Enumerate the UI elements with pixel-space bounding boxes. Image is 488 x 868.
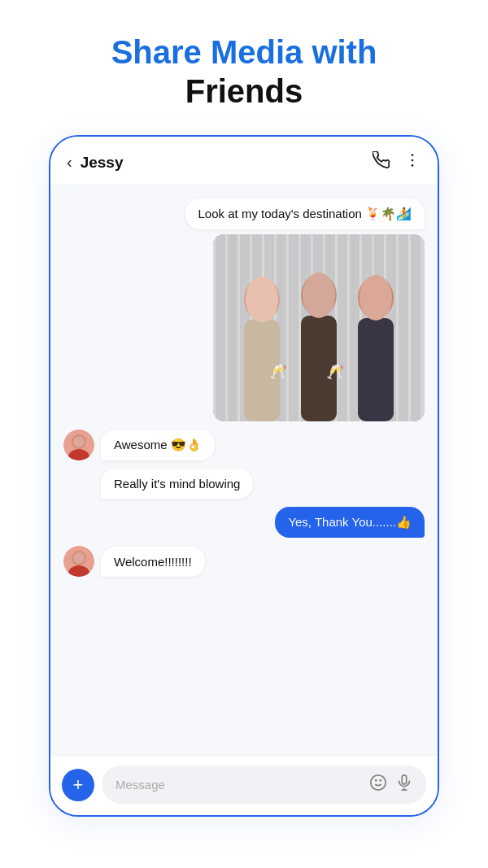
title-line2: Friends bbox=[185, 73, 303, 109]
svg-rect-38 bbox=[420, 234, 425, 421]
svg-point-0 bbox=[412, 154, 414, 156]
phone-frame: ‹ Jessy Look at my today's destinat bbox=[49, 135, 439, 817]
svg-text:🥂: 🥂 bbox=[269, 363, 288, 381]
svg-rect-5 bbox=[220, 234, 221, 421]
svg-point-58 bbox=[371, 775, 386, 790]
bubble-text-3: Really it's mind blowing bbox=[101, 469, 253, 499]
bubble-text-5: Welcome!!!!!!!! bbox=[101, 547, 205, 577]
svg-rect-6 bbox=[225, 234, 228, 421]
message-placeholder: Message bbox=[115, 778, 165, 792]
call-icon[interactable] bbox=[373, 151, 390, 173]
avatar-5 bbox=[63, 546, 94, 577]
svg-text:🥂: 🥂 bbox=[326, 363, 345, 381]
add-button[interactable]: + bbox=[62, 769, 94, 801]
message-image: 🥂 🥂 bbox=[213, 234, 425, 421]
message-2: Awesome 😎👌 bbox=[63, 430, 370, 460]
svg-rect-46 bbox=[358, 318, 394, 421]
page-title-container: Share Media with Friends bbox=[111, 33, 377, 111]
party-svg: 🥂 🥂 bbox=[213, 234, 425, 421]
svg-rect-18 bbox=[298, 234, 301, 421]
contact-name: Jessy bbox=[81, 154, 124, 172]
svg-rect-26 bbox=[347, 234, 350, 421]
message-1: Look at my today's destination 🍹🌴🏄 bbox=[185, 198, 425, 421]
svg-rect-61 bbox=[402, 775, 407, 784]
avatar-2 bbox=[63, 430, 94, 460]
mic-icon[interactable] bbox=[395, 774, 413, 796]
svg-point-53 bbox=[73, 436, 85, 447]
avatar-svg bbox=[63, 430, 94, 460]
svg-rect-37 bbox=[415, 234, 416, 421]
svg-rect-34 bbox=[396, 234, 399, 421]
svg-rect-4 bbox=[213, 234, 216, 421]
svg-point-41 bbox=[246, 277, 278, 322]
message-4: Yes, Thank You.......👍 bbox=[275, 507, 425, 538]
svg-rect-8 bbox=[237, 234, 240, 421]
more-icon[interactable] bbox=[403, 151, 421, 173]
svg-rect-7 bbox=[231, 234, 233, 421]
title-line1: Share Media with bbox=[111, 34, 377, 70]
message-input-box[interactable]: Message bbox=[102, 765, 426, 804]
header-left: ‹ Jessy bbox=[67, 153, 124, 172]
message-5: Welcome!!!!!!!! bbox=[63, 546, 370, 577]
chat-header: ‹ Jessy bbox=[50, 137, 438, 185]
svg-point-47 bbox=[359, 275, 392, 321]
avatar-svg-5 bbox=[63, 546, 94, 577]
svg-rect-15 bbox=[280, 234, 281, 421]
back-button[interactable]: ‹ bbox=[67, 153, 72, 172]
chat-body: Look at my today's destination 🍹🌴🏄 bbox=[50, 185, 438, 755]
svg-rect-27 bbox=[353, 234, 355, 421]
svg-rect-36 bbox=[408, 234, 411, 421]
svg-point-1 bbox=[412, 159, 414, 162]
party-photo: 🥂 🥂 bbox=[213, 234, 425, 421]
bubble-text-1: Look at my today's destination 🍹🌴🏄 bbox=[185, 198, 425, 229]
emoji-icon[interactable] bbox=[369, 774, 387, 796]
svg-point-44 bbox=[303, 273, 335, 318]
bubble-text-2: Awesome 😎👌 bbox=[101, 430, 215, 460]
message-3: Really it's mind blowing bbox=[63, 469, 370, 499]
chat-input-row: + Message bbox=[50, 755, 438, 815]
header-icons bbox=[373, 151, 421, 173]
input-icons bbox=[369, 774, 413, 796]
svg-point-57 bbox=[73, 552, 85, 564]
svg-rect-17 bbox=[292, 234, 294, 421]
svg-rect-16 bbox=[286, 234, 289, 421]
svg-rect-35 bbox=[402, 234, 403, 421]
bubble-text-4: Yes, Thank You.......👍 bbox=[275, 507, 425, 538]
svg-point-2 bbox=[412, 164, 414, 167]
svg-rect-25 bbox=[342, 234, 343, 421]
